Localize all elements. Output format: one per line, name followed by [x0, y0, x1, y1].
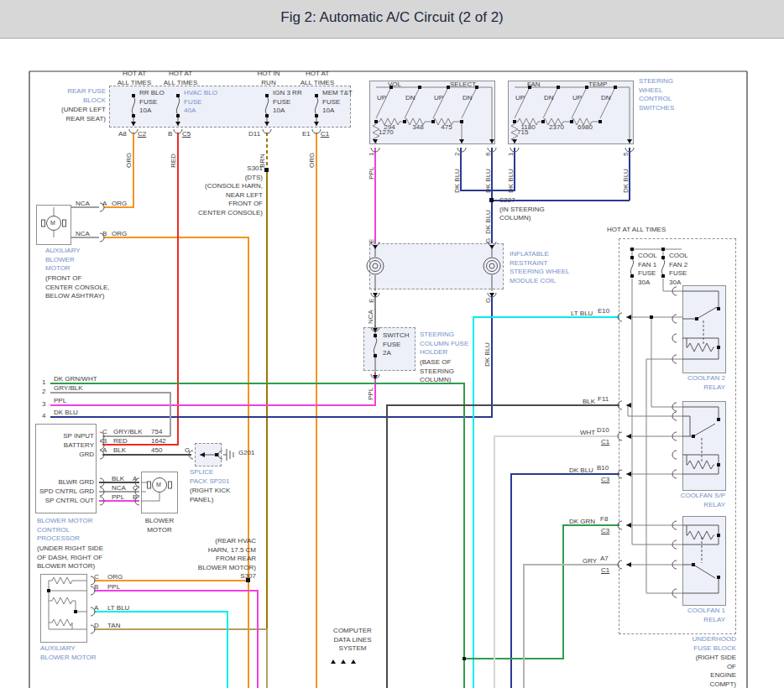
coolfan2-relay-label: COOLFAN 2 RELAY [687, 374, 725, 392]
rear-fuse-block-location: (UNDER LEFT REAR SEAT) [61, 106, 106, 123]
wire-label-gry-a7: GRY [583, 557, 597, 566]
circuit-1642: 1642 [151, 437, 166, 446]
bmcp-pin-spd-cntrl-grd: SPD CNTRL GRD [39, 487, 94, 497]
switch-fuse-holder-label: STEERING COLUMN FUSE HOLDER [420, 331, 468, 357]
wire-label-red: RED [170, 154, 179, 168]
left-wire-num-3: 3 [42, 400, 45, 409]
wire-label-tan-d: TAN [107, 622, 120, 631]
wire-label-org-1: ORG [125, 153, 134, 168]
switch-up-3: UP [515, 94, 525, 103]
switch-fuse-text: SWITCH FUSE 2A [383, 331, 410, 358]
wire-label-red-1642: RED [113, 437, 128, 446]
ground-g201-label: G201 [238, 449, 255, 458]
wire-label-dkblu-coil: DK BLU [483, 342, 493, 367]
aux-bottom-pin-c: C [94, 573, 99, 582]
bmcp-pin-battery: BATTERY [64, 441, 94, 451]
wire-label-nca-coil: NCA [367, 310, 376, 324]
aux-blower-bottom-label: AUXILIARY BLOWER MOTOR [40, 644, 97, 662]
bmcp-pin-sp-cntrl-out: SP CNTRL OUT [45, 497, 94, 506]
pin-2-rot: 2 [453, 153, 463, 156]
temp-label: TEMP [588, 81, 607, 90]
aux-bottom-pin-b: B [94, 583, 98, 592]
sp201-label: SPLICE PACK SP201 [190, 468, 229, 486]
circuit-754: 754 [151, 428, 162, 437]
wire-label-dkblu-4: DK BLU [54, 409, 78, 418]
wire-label-dkgrnwht: DK GRN/WHT [54, 375, 97, 384]
wire-label-ppl-3: PPL [54, 397, 66, 406]
left-wire-num-2: 2 [42, 388, 45, 397]
rr-blo-fuse-label: RR BLO FUSE 10A [139, 89, 165, 116]
switch-dn-3: DN [544, 94, 554, 103]
steering-wheel-switches-label: STEERING WHEEL CONTROL SWITCHES [639, 77, 674, 112]
wire-label-nca-bm: NCA [112, 484, 126, 493]
resistor-715: 715 [517, 128, 528, 138]
pin-g-bottom: G [484, 298, 494, 303]
wire-label-nca-b: NCA [76, 230, 90, 239]
hvac-blo-fuse-label: HVAC BLO FUSE 40A [184, 89, 217, 116]
sp201-pin-g: G [185, 446, 190, 456]
coolfan1-relay-label: COOLFAN 1 RELAY [687, 607, 725, 624]
wire-label-dkgrn-f8: DK GRN [569, 518, 595, 527]
pin-6-rot: 6 [484, 153, 494, 156]
switch-dn-4: DN [601, 94, 611, 103]
switch-up-2: UP [434, 94, 443, 103]
bm-pin-a: A [133, 475, 137, 484]
pin-a8: A8 [118, 130, 127, 139]
select-label: SELECT [450, 81, 476, 90]
circuit-450: 450 [151, 446, 162, 456]
power-label-4: HOT AT ALL TIMES [301, 70, 334, 87]
splice-s301-label: S301 (DTS) (CONSOLE HARN, NEAR LEFT FRON… [198, 164, 263, 217]
aux-top-pin-a: A [102, 200, 107, 209]
computer-data-lines-label: COMPUTER DATA LINES SYSTEM [333, 627, 372, 654]
bmcp-pin-sp-input: SP INPUT [63, 432, 94, 441]
left-wire-num-1: 1 [42, 378, 45, 388]
power-label-1: HOT AT ALL TIMES [118, 70, 151, 87]
underhood-fuse-block-label: UNDERHOOD FUSE BLOCK [693, 635, 736, 653]
bmcp-pin-c: C [102, 428, 107, 437]
bmcp-pin-blwr-grd: BLWR GRD [58, 478, 94, 487]
wire-label-blk-bm: BLK [112, 475, 124, 484]
bmcp-pin-b: B [102, 437, 107, 446]
pin-e-top: E [368, 239, 377, 243]
wire-label-gryblk-754: GRY/BLK [113, 428, 143, 437]
pin-a7-c1: C1 [601, 566, 609, 576]
bmcp-pin-a: A [102, 446, 107, 456]
aux-bottom-pin-d: D [94, 622, 99, 631]
pin-1-rot: 1 [368, 153, 377, 156]
switch-dn-2: DN [463, 94, 473, 103]
switch-dn-1: DN [405, 94, 416, 103]
wire-label-ppl-b: PPL [107, 583, 120, 592]
resistor-348: 348 [412, 123, 423, 133]
pin-b: B [168, 130, 172, 139]
pin-c2: C2 [138, 130, 146, 139]
wire-label-wht-d10: WHT [580, 429, 595, 438]
rear-fuse-block-label: REAR FUSE BLOCK [67, 87, 106, 105]
pin-c5: C5 [182, 130, 191, 139]
mem-tt-fuse-label: MEM T&T FUSE 10A [322, 89, 353, 116]
wire-label-ppl-bm: PPL [112, 493, 124, 503]
sp201-location: (RIGHT KICK PANEL) [190, 487, 230, 504]
bmcp-label: BLOWER MOTOR CONTROL PROCESSOR [37, 517, 93, 544]
pin-e1: E1 [302, 130, 311, 139]
blower-motor-m-icon: M [156, 481, 161, 490]
wire-label-dkblu-s227: DK BLU [484, 210, 494, 234]
wire-label-dkblu-2: DK BLU [453, 169, 463, 193]
pin-b10-c3: C3 [601, 476, 609, 485]
wire-label-org-a: ORG [112, 200, 127, 209]
pin-e-bottom: E [368, 299, 377, 303]
wiring-diagram-page: Fig 2: Automatic A/C Circuit (2 of 2) [0, 0, 784, 688]
power-label-2: HOT AT ALL TIMES [164, 70, 197, 87]
pin-d11: D11 [248, 130, 260, 139]
aux-blower-top-label: AUXILIARY BLOWER MOTOR [45, 247, 81, 274]
resistor-6980: 6980 [578, 123, 593, 133]
wire-label-gryblk: GRY/BLK [54, 384, 83, 394]
resistor-475: 475 [441, 123, 452, 133]
switch-fuse-holder-location: (BASE OF STEERING COLUMN) [420, 358, 454, 385]
pin-f11: F11 [598, 395, 609, 404]
wire-label-blk-450: BLK [113, 446, 126, 456]
ign3-rr-fuse-label: IGN 3 RR FUSE 10A [273, 89, 302, 116]
pin-5-rot: 5 [622, 153, 631, 156]
vol-label: VOL [388, 81, 401, 90]
splice-s307-note: (REAR HVAC HARN, 17.5 CM FROM REAR BLOWE… [198, 537, 256, 581]
wire-label-nca-a: NCA [76, 200, 90, 209]
